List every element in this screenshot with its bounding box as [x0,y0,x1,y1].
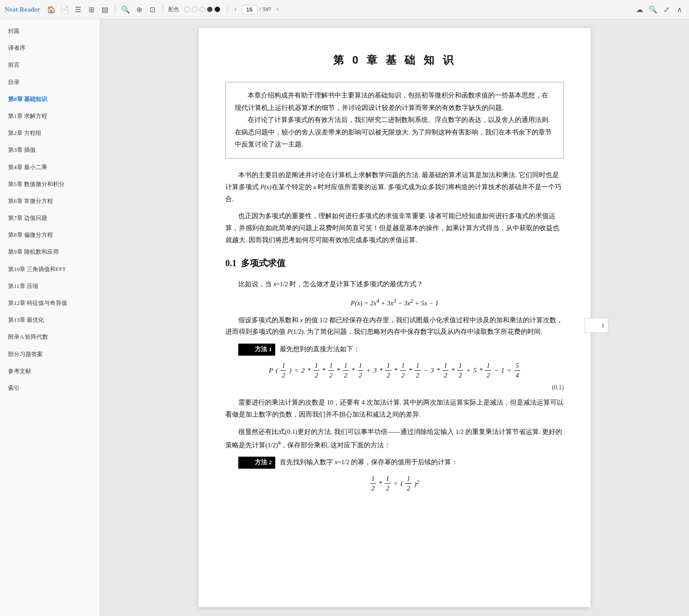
sidebar-item-ch5[interactable]: 第5章 数值微分和积分 [0,176,100,193]
page-nav: / 597 [241,5,271,14]
color-dot-2[interactable] [192,7,197,12]
section-num: 0.1 [225,255,236,271]
body-para-5: 很显然还有比式(0.1)更好的方法. 我们可以事半功倍——通过消除给定输入 1/… [225,426,564,451]
file-icon[interactable]: 📄 [60,4,69,14]
body-para-3: 假设多项式的系数和 x 的值 1/2 都已经保存在内存里，我们试图最小化求值过程… [225,314,564,338]
section-title: 多项式求值 [241,255,285,271]
grid-icon[interactable]: ⊞ [86,4,96,14]
search-right-icon[interactable]: 🔍 [648,4,658,14]
page-icon[interactable]: ▤ [100,4,110,14]
main-layout: 封面 译者序 前言 目录 第0章 基础知识 第1章 求解方程 第2章 方程组 第… [0,19,689,616]
app-name: Neat Reader [4,6,40,13]
collapse-icon[interactable]: ∧ [675,4,685,14]
polynomial-formula: P(x) = 2x4 + 3x3 − 3x2 + 5x − 1 [225,296,564,310]
sidebar-item-ch3[interactable]: 第3章 插值 [0,142,100,158]
section-0-1-heading: 0.1 多项式求值 [225,255,564,271]
sidebar-item-ch0[interactable]: 第0章 基础知识 [0,91,100,108]
sidebar-item-references[interactable]: 参考文献 [0,363,100,380]
intro-box: 本章介绍构成并有助于理解书中主要算法的基础知识，包括初等微积分和函数求值的一些基… [225,82,564,158]
sidebar-item-ch9[interactable]: 第9章 随机数和应用 [0,243,100,260]
sidebar-item-ch11[interactable]: 第11章 压缩 [0,278,100,295]
toolbar: Neat Reader 🏠 📄 ☰ ⊞ ▤ 🔍 ⊕ ⊡ 配色 ‹ / 597 ›… [0,0,689,19]
next-page-btn[interactable]: › [275,6,280,13]
sep2 [163,5,163,14]
math-inline-2: x [313,183,316,190]
intro-para-2: 在讨论了计算多项式的有效方法后，我们研究二进制数制系统、浮点数字的表达，以及舍人… [235,114,554,151]
content-area[interactable]: nayona.cn 第 0 章 基 础 知 识 本章介绍构成并有助于理解书中主要… [100,19,689,616]
toolbar-right: ☁ 🔍 ⤢ ∧ [635,4,685,14]
sidebar-item-index[interactable]: 索引 [0,380,100,397]
sidebar-item-ch10[interactable]: 第10章 三角插值和FFT [0,261,100,278]
cloud-icon[interactable]: ☁ [635,4,644,14]
formula2-line: 12 * 12 = ( 12 )2 [225,474,564,493]
color-dot-5[interactable] [215,7,220,12]
prev-page-btn[interactable]: ‹ [233,6,238,13]
method1-intro: 方法 1 最先想到的直接方法如下： [225,343,564,356]
bookmark-icon[interactable]: 🏠 [46,4,56,14]
color-dot-4[interactable] [207,7,212,12]
sidebar: 封面 译者序 前言 目录 第0章 基础知识 第1章 求解方程 第2章 方程组 第… [0,19,100,616]
search-icon[interactable]: 🔍 [121,4,130,14]
body-para-2: 也正因为多项式的重要性，理解如何进行多项式的求值非常重要. 读者可能已经知道如何… [225,210,564,246]
color-picker [184,7,220,12]
sidebar-item-ch6[interactable]: 第6章 常微分方程 [0,193,100,210]
sidebar-item-ch4[interactable]: 第4章 最小二乘 [0,159,100,176]
sidebar-item-ch12[interactable]: 第12章 特征值与奇异值 [0,295,100,312]
sidebar-item-appendixA[interactable]: 附录A 矩阵代数 [0,328,100,345]
page-content: nayona.cn 第 0 章 基 础 知 识 本章介绍构成并有助于理解书中主要… [199,28,591,607]
sep3 [227,5,228,14]
method2-desc: 首先找到输入数字 x=1/2 的幂，保存幂的值用于后续的计算： [280,458,458,466]
color-label: 配色 [168,6,179,13]
method1-label: 方法 1 [238,344,275,356]
color-dot-1[interactable] [184,7,190,12]
sidebar-item-ch7[interactable]: 第7章 边值问题 [0,210,100,227]
fit-icon[interactable]: ⊡ [147,4,157,14]
sidebar-item-preface[interactable]: 前言 [0,57,100,73]
method2-label: 方法 2 [238,457,275,469]
sidebar-item-ch2[interactable]: 第2章 方程组 [0,125,100,142]
sidebar-item-toc[interactable]: 目录 [0,74,100,91]
page-sep: / [259,6,261,13]
sidebar-item-ch8[interactable]: 第8章 偏微分方程 [0,227,100,243]
sidebar-item-translator[interactable]: 译者序 [0,40,100,57]
chapter-title: 第 0 章 基 础 知 识 [225,50,564,69]
total-pages: 597 [263,6,272,13]
method1-desc: 最先想到的直接方法如下： [280,345,360,353]
math-inline-1: P(x) [261,183,272,190]
expand-icon[interactable]: ⤢ [661,4,671,14]
page-number-input[interactable] [241,5,257,14]
zoom-icon[interactable]: ⊕ [134,4,144,14]
section-intro: 比如说，当 x=1/2 时，怎么做才是计算下述多项式的最优方式？ [225,278,564,290]
eq-num-1: (0.1) [225,382,564,393]
formula1-line: P ( 12 ) = 2* 12* 12* 12* 12 + 3* 12* 12… [225,361,564,380]
method2-intro: 方法 2 首先找到输入数字 x=1/2 的幂，保存幂的值用于后续的计算： [225,456,564,469]
page-number-badge: 1 [585,318,609,333]
menu-icon[interactable]: ☰ [73,4,83,14]
sidebar-item-cover[interactable]: 封面 [0,23,100,40]
intro-para-1: 本章介绍构成并有助于理解书中主要算法的基础知识，包括初等微积分和函数求值的一些基… [235,89,554,114]
sidebar-item-ch1[interactable]: 第1章 求解方程 [0,108,100,125]
body-para-1: 本书的主要目的是阐述并讨论在计算机上求解数学问题的方法. 最基础的算术运算是加法… [225,169,564,205]
body-para-4: 需要进行的乘法计算的次数是 10，还要有 4 次加法计算. 其中的两次加法运算实… [225,397,564,421]
color-dot-3[interactable] [200,7,205,12]
sidebar-item-ch13[interactable]: 第13章 最优化 [0,312,100,328]
sidebar-item-answers[interactable]: 部分习题答案 [0,346,100,363]
sep1 [115,5,115,14]
